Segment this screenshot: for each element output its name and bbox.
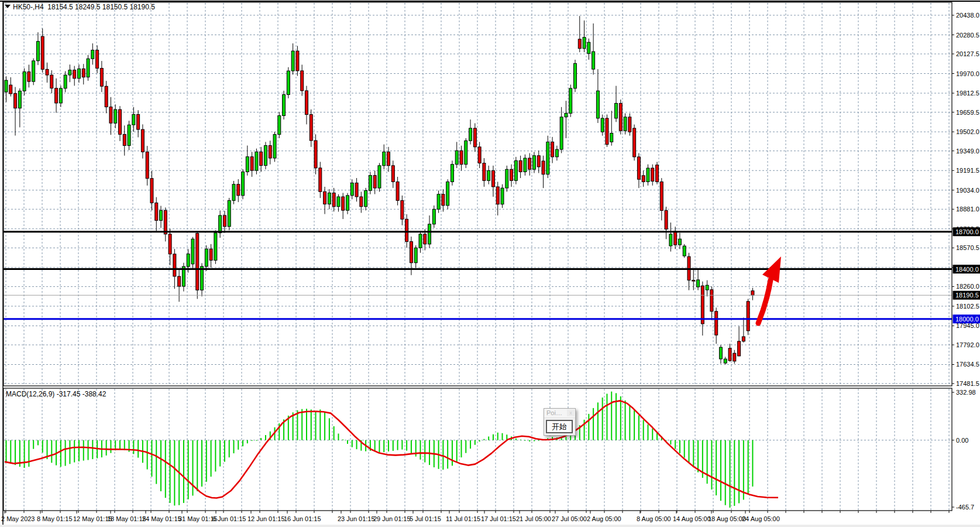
price-axis-label: 17945.0	[956, 322, 979, 329]
time-axis-label: 23 Jun 01:15	[338, 515, 375, 522]
price-badge-label: 18190.5	[955, 292, 979, 299]
time-axis-label: 12 Jun 01:15	[247, 515, 285, 522]
time-axis-label: 18 May 01:15	[107, 515, 146, 522]
price-axis-label: 18570.5	[956, 244, 979, 251]
macd-axis-label: -465.7	[956, 504, 974, 511]
popup-title: Poi…	[546, 409, 562, 416]
price-axis-label: 18260.0	[956, 283, 979, 290]
time-axis-label: 6 Jun 01:15	[212, 515, 246, 522]
macd-axis-label: 332.98	[956, 389, 976, 396]
time-axis-label: 24 Aug 05:00	[742, 515, 780, 522]
price-badge-label: 18400.0	[955, 266, 979, 273]
close-icon[interactable]: x	[567, 409, 575, 416]
price-axis-label: 19191.5	[956, 167, 979, 174]
time-axis-label: 12 May 01:15	[73, 515, 112, 522]
symbol-dropdown-icon[interactable]	[5, 5, 11, 8]
price-axis-label: 19812.5	[956, 90, 979, 97]
price-axis-label: 17481.5	[956, 380, 979, 387]
time-axis-label: 27 Jul 05:00	[552, 515, 587, 522]
popup-window[interactable]: Poi… x 开始	[544, 408, 576, 436]
mt4-chart-window: 20438.020280.520127.519970.019812.519659…	[0, 0, 980, 527]
price-axis-label: 19659.5	[956, 109, 979, 116]
price-axis-label: 20280.5	[956, 32, 979, 39]
time-axis-label: 14 Aug 05:00	[673, 515, 711, 522]
price-axis-label: 19034.0	[956, 187, 979, 194]
time-axis-label: 21 Jul 05:00	[516, 515, 551, 522]
time-axis-label: 24 May 01:15	[142, 515, 181, 522]
price-badge-label: 18000.0	[955, 316, 979, 323]
time-axis-label: 5 Jul 01:15	[410, 515, 441, 522]
time-axis-label: 8 May 01:15	[37, 515, 73, 522]
price-badge-label: 18700.0	[955, 228, 979, 235]
chart-title-ohlc: HK50-,H4 18154.5 18249.5 18150.5 18190.5	[13, 3, 155, 11]
price-axis-label: 19349.0	[956, 148, 979, 155]
price-axis-label: 17792.0	[956, 341, 979, 348]
price-axis-label: 20438.0	[956, 12, 979, 19]
time-axis-label: 16 Jun 01:15	[284, 515, 321, 522]
time-axis-label: 11 Jul 01:15	[446, 515, 480, 522]
time-axis-label: 2 May 2023	[1, 515, 35, 522]
price-axis-label: 17634.5	[956, 361, 979, 368]
price-axis-label: 19502.0	[956, 128, 979, 135]
time-axis-label: 31 May 01:15	[178, 515, 218, 522]
popup-titlebar[interactable]: Poi… x	[544, 409, 575, 418]
price-axis-label: 18881.0	[956, 206, 979, 213]
time-axis-label: 17 Jul 01:15	[481, 515, 516, 522]
macd-axis-label: 0.00	[956, 437, 968, 444]
time-axis-label: 29 Jun 01:15	[373, 515, 411, 522]
chart-canvas[interactable]: 20438.020280.520127.519970.019812.519659…	[0, 0, 980, 527]
macd-indicator-label: MACD(12,26,9) -317.45 -388.42	[6, 390, 106, 398]
time-axis-label: 2 Aug 05:00	[587, 515, 621, 522]
start-button[interactable]: 开始	[546, 420, 573, 433]
time-axis-label: 18 Aug 05:00	[708, 515, 746, 522]
window-bottom-edge	[0, 525, 980, 527]
price-axis-label: 19970.0	[956, 70, 979, 77]
time-axis-label: 8 Aug 05:00	[637, 515, 671, 522]
price-axis-label: 18102.5	[956, 303, 979, 310]
price-axis-label: 20127.5	[956, 50, 979, 57]
